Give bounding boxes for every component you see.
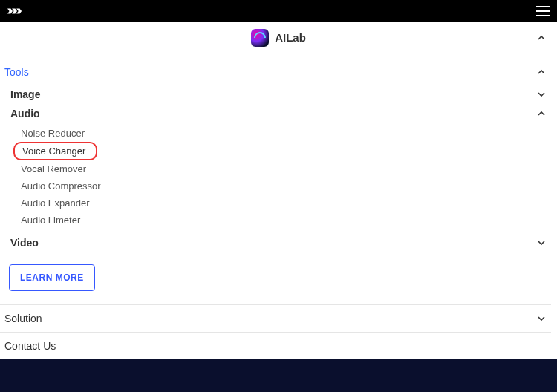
group-video-label: Video (10, 237, 39, 249)
nav-content: Tools Image Audio Noise Reducer Voice Ch… (0, 53, 557, 359)
group-audio-label: Audio (10, 108, 40, 120)
topbar (0, 0, 557, 22)
chevron-down-icon (536, 238, 547, 248)
audio-item-audio-expander[interactable]: Audio Expander (0, 195, 551, 212)
svg-marker-2 (16, 9, 22, 14)
chevron-up-icon (536, 33, 547, 43)
chevron-up-icon (536, 108, 547, 119)
chevron-up-icon (536, 67, 547, 77)
chevron-down-icon (536, 89, 547, 99)
audio-item-voice-changer[interactable]: Voice Changer (13, 142, 97, 160)
footer (0, 359, 557, 392)
group-image[interactable]: Image (0, 85, 551, 104)
audio-item-noise-reducer[interactable]: Noise Reducer (0, 125, 551, 142)
brand-logo-icon[interactable] (7, 6, 27, 16)
nav-contact[interactable]: Contact Us (0, 332, 551, 359)
learn-more-button[interactable]: LEARN MORE (9, 264, 95, 291)
audio-items: Noise Reducer Voice Changer Vocal Remove… (0, 123, 551, 233)
nav-contact-label: Contact Us (4, 340, 56, 352)
group-audio[interactable]: Audio (0, 104, 551, 123)
group-image-label: Image (10, 88, 40, 100)
menu-icon[interactable] (536, 6, 550, 16)
nav-tools[interactable]: Tools (0, 59, 551, 85)
nav-tools-label: Tools (4, 66, 29, 78)
audio-item-audio-limeter[interactable]: Audio Limeter (0, 212, 551, 229)
nav-solution-label: Solution (4, 313, 42, 324)
audio-item-vocal-remover[interactable]: Vocal Remover (0, 160, 551, 177)
app-title: AILab (275, 31, 306, 44)
app-icon (251, 29, 269, 47)
group-video[interactable]: Video (0, 233, 551, 252)
svg-marker-1 (12, 9, 17, 14)
chevron-down-icon (536, 313, 547, 324)
svg-marker-0 (7, 9, 13, 14)
app-header[interactable]: AILab (0, 22, 557, 53)
nav-solution[interactable]: Solution (0, 304, 551, 332)
audio-item-audio-compressor[interactable]: Audio Compressor (0, 177, 551, 195)
